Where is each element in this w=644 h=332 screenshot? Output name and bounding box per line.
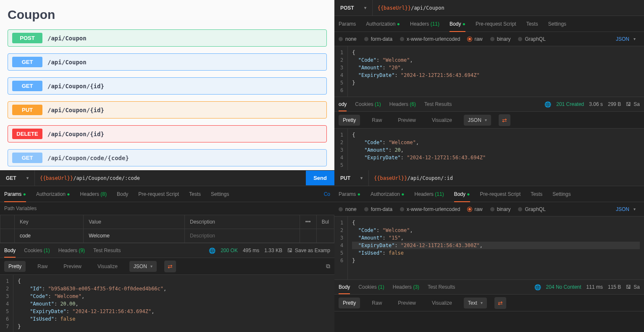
- tab-prerequest[interactable]: Pre-request Script: [480, 187, 521, 202]
- table-row[interactable]: code Welcome Description: [0, 229, 334, 243]
- resp-tab-body[interactable]: Body: [339, 280, 350, 294]
- endpoint-row[interactable]: GET/api/Coupon: [8, 53, 327, 71]
- url-input[interactable]: {{baseUrl}}/api/Coupon: [373, 5, 644, 11]
- view-raw[interactable]: Raw: [368, 298, 386, 308]
- method-badge: GET: [12, 57, 42, 67]
- bulk-edit-link[interactable]: Bul: [316, 215, 334, 229]
- url-input[interactable]: {{baseUrl}}/api/Coupon/code/:code: [35, 175, 306, 181]
- more-icon[interactable]: •••: [300, 215, 316, 229]
- resp-tab-cookies[interactable]: Cookies (1): [24, 244, 50, 257]
- endpoint-row[interactable]: GET/api/Coupon/{id}: [8, 77, 327, 95]
- tab-settings[interactable]: Settings: [211, 187, 229, 202]
- radio-binary[interactable]: binary: [490, 206, 511, 212]
- save-button[interactable]: 🖫Sa: [626, 101, 640, 107]
- copy-icon[interactable]: ⧉: [326, 263, 330, 270]
- endpoint-path: /api/Coupon/code/{code}: [47, 155, 129, 161]
- tab-body[interactable]: Body ●: [454, 187, 470, 202]
- resp-tab-tests[interactable]: Test Results: [424, 97, 452, 111]
- resp-tab-cookies[interactable]: Cookies (1): [358, 280, 384, 294]
- resp-tab-body[interactable]: Body: [4, 244, 16, 257]
- radio-form-data[interactable]: form-data: [364, 206, 392, 212]
- response-size: 299 B: [608, 101, 621, 107]
- tab-params[interactable]: Params ●: [4, 187, 26, 202]
- view-pretty[interactable]: Pretty: [339, 298, 360, 308]
- radio-graphql[interactable]: GraphQL: [518, 36, 545, 42]
- view-visualize[interactable]: Visualize: [93, 261, 122, 272]
- url-input[interactable]: {{baseUrl}}/api/Coupon/:id: [369, 175, 644, 181]
- view-preview[interactable]: Preview: [394, 115, 420, 126]
- endpoint-path: /api/Coupon/{id}: [47, 83, 104, 90]
- endpoint-row[interactable]: PUT/api/Coupon/{id}: [8, 101, 327, 119]
- method-select[interactable]: PUT▾: [334, 170, 369, 186]
- wrap-icon[interactable]: ⇄: [494, 297, 506, 309]
- format-select[interactable]: Text▾: [464, 298, 487, 308]
- network-icon[interactable]: 🌐: [534, 284, 541, 290]
- save-button[interactable]: 🖫Sa: [626, 284, 640, 290]
- tab-body[interactable]: Body ●: [449, 16, 465, 32]
- view-raw[interactable]: Raw: [368, 115, 386, 126]
- tab-settings[interactable]: Settings: [552, 187, 570, 202]
- method-select[interactable]: GET▾: [0, 170, 35, 186]
- postman-put-panel: PUT▾ {{baseUrl}}/api/Coupon/:id Params ●…: [334, 170, 644, 332]
- request-body-editor[interactable]: 123456 { "Code": "Welcome", "Amount": "2…: [334, 46, 644, 97]
- body-format-select[interactable]: JSON▾: [616, 206, 640, 212]
- tab-headers[interactable]: Headers (11): [415, 187, 444, 202]
- wrap-icon[interactable]: ⇄: [164, 261, 176, 272]
- view-raw[interactable]: Raw: [33, 261, 52, 272]
- resp-tab-headers[interactable]: Headers (9): [58, 244, 85, 257]
- radio-xwww[interactable]: x-www-form-urlencoded: [400, 36, 460, 42]
- tab-body[interactable]: Body: [117, 187, 128, 202]
- radio-none[interactable]: none: [339, 36, 357, 42]
- view-preview[interactable]: Preview: [59, 261, 86, 272]
- view-visualize[interactable]: Visualize: [428, 115, 456, 126]
- endpoint-row[interactable]: POST/api/Coupon: [8, 29, 327, 47]
- radio-graphql[interactable]: GraphQL: [518, 206, 545, 212]
- tab-params[interactable]: Params: [339, 16, 356, 32]
- status-badge: 204 No Content: [546, 284, 581, 290]
- tab-authorization[interactable]: Authorization ●: [366, 16, 400, 32]
- tab-prerequest[interactable]: Pre-request Script: [476, 16, 516, 32]
- radio-raw[interactable]: raw: [468, 36, 482, 42]
- resp-tab-tests[interactable]: Test Results: [428, 280, 455, 294]
- resp-tab-headers[interactable]: Headers (6): [389, 97, 416, 111]
- view-pretty[interactable]: Pretty: [339, 115, 360, 126]
- resp-tab-body[interactable]: ody: [339, 97, 347, 111]
- resp-tab-headers[interactable]: Headers (3): [393, 280, 419, 294]
- radio-raw[interactable]: raw: [468, 206, 482, 212]
- resp-tab-cookies[interactable]: Cookies (1): [355, 97, 381, 111]
- tab-tests[interactable]: Tests: [526, 16, 538, 32]
- tab-tests[interactable]: Tests: [531, 187, 542, 202]
- col-description: Description: [184, 215, 300, 229]
- body-format-select[interactable]: JSON▾: [616, 36, 640, 42]
- tab-prerequest[interactable]: Pre-request Script: [138, 187, 179, 202]
- cookies-link[interactable]: Co: [324, 191, 330, 197]
- radio-form-data[interactable]: form-data: [364, 36, 392, 42]
- tab-authorization[interactable]: Authorization ●: [371, 187, 405, 202]
- tab-headers[interactable]: Headers (8): [80, 187, 107, 202]
- wrap-icon[interactable]: ⇄: [499, 114, 510, 126]
- view-visualize[interactable]: Visualize: [428, 298, 456, 308]
- radio-xwww[interactable]: x-www-form-urlencoded: [400, 206, 460, 212]
- save-button[interactable]: 🖫Save as Examp: [287, 248, 330, 253]
- network-icon[interactable]: 🌐: [544, 101, 551, 108]
- format-select[interactable]: JSON▾: [129, 261, 157, 272]
- tab-headers[interactable]: Headers (11): [410, 16, 439, 32]
- method-select[interactable]: POST▾: [334, 0, 373, 16]
- send-button[interactable]: Send: [306, 171, 334, 185]
- endpoint-row[interactable]: DELETE/api/Coupon/{id}: [8, 125, 327, 142]
- view-preview[interactable]: Preview: [394, 298, 420, 308]
- radio-none[interactable]: none: [339, 206, 357, 212]
- tab-tests[interactable]: Tests: [189, 187, 201, 202]
- response-size: 1.33 KB: [264, 248, 282, 253]
- tab-settings[interactable]: Settings: [548, 16, 566, 32]
- tab-authorization[interactable]: Authorization ●: [36, 187, 70, 202]
- tab-params[interactable]: Params ●: [339, 187, 360, 202]
- network-icon[interactable]: 🌐: [209, 248, 216, 254]
- endpoint-row[interactable]: GET/api/Coupon/code/{code}: [8, 149, 327, 166]
- resp-tab-tests[interactable]: Test Results: [93, 244, 121, 257]
- view-pretty[interactable]: Pretty: [4, 261, 26, 272]
- radio-binary[interactable]: binary: [490, 36, 511, 42]
- method-badge: PUT: [12, 105, 42, 115]
- format-select[interactable]: JSON▾: [464, 115, 491, 126]
- request-body-editor[interactable]: 123456 { "Code": "Welcome", "Amount": "1…: [334, 216, 644, 279]
